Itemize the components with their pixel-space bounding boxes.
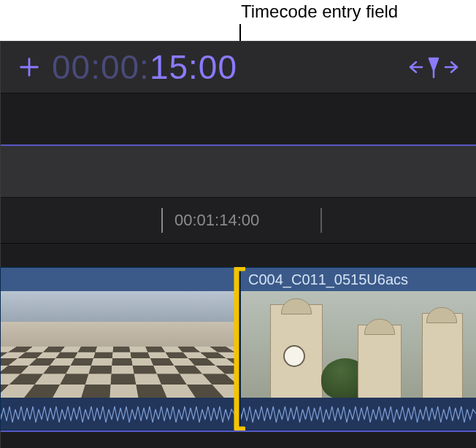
annotation-label: Timecode entry field (241, 1, 398, 22)
screenshot-root: Timecode entry field 00:00:15:00 (0, 0, 476, 448)
timeline-lane-gap (1, 244, 476, 267)
timeline-toolbar: 00:00:15:00 (1, 42, 476, 93)
ruler-playhead-tick (161, 208, 163, 233)
svg-rect-6 (241, 398, 476, 430)
clip-thumbnail (1, 291, 234, 399)
thumbnail-tower (358, 325, 402, 399)
track-baseline (1, 430, 476, 432)
thumbnail-dome (281, 298, 312, 314)
thumbnail-dome (364, 319, 395, 335)
timecode-value: 15:00 (150, 48, 237, 86)
ruler-time-label: 00:01:14:00 (174, 211, 259, 230)
thumbnail-tower (422, 313, 463, 399)
thumbnail-dome (426, 307, 457, 323)
ruler-tick (320, 208, 322, 233)
clip-title-bar: C004_C011_0515U6acs (241, 268, 476, 291)
timeline-clip[interactable]: C004_C011_0515U6acs (240, 267, 476, 430)
skimming-playhead-icon[interactable] (407, 54, 460, 80)
timeline-ruler[interactable]: 00:01:14:00 (1, 198, 476, 244)
thumbnail-clock (283, 345, 305, 367)
plus-icon[interactable] (17, 55, 42, 80)
clip-audio-waveform (1, 398, 234, 430)
thumbnail-tower-scene (241, 291, 476, 399)
clip-audio-waveform (241, 398, 476, 430)
timeline-index-underline (1, 144, 476, 146)
editor-window: 00:00:15:00 00:01:14:00 (0, 41, 476, 448)
primary-storyline-track: C004_C011_0515U6acs (1, 267, 476, 448)
clip-thumbnail (241, 291, 476, 399)
timecode-prefix: 00:00: (52, 48, 150, 86)
timeline-index-bar (1, 144, 476, 198)
clip-title-bar (1, 268, 234, 291)
timecode-entry-field[interactable]: 00:00:15:00 (52, 47, 237, 87)
svg-rect-5 (1, 398, 234, 430)
thumbnail-sky (1, 291, 234, 322)
timeline-clip[interactable] (0, 267, 235, 430)
